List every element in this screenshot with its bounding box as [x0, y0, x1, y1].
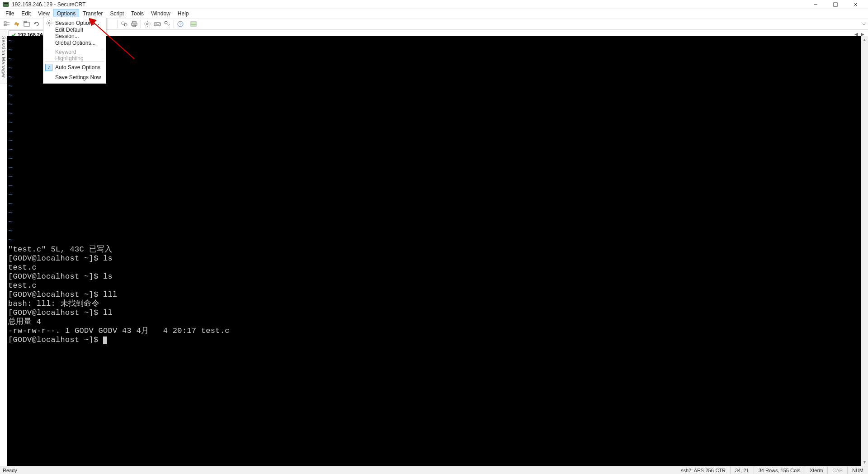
title-bar: 192.168.246.129 - SecureCRT [0, 0, 868, 9]
menu-item-label: Auto Save Options [55, 64, 100, 71]
svg-line-54 [47, 21, 48, 22]
minimize-button[interactable] [806, 0, 826, 9]
command-window-icon[interactable] [189, 19, 198, 29]
svg-line-32 [145, 22, 146, 23]
menu-item-label: Save Settings Now [55, 74, 101, 81]
svg-line-44 [169, 24, 170, 25]
status-protocol: ssh2: AES-256-CTR [676, 466, 731, 474]
svg-line-34 [145, 26, 146, 27]
scroll-down-icon[interactable]: ▼ [861, 459, 868, 466]
global-options-gear-icon[interactable] [142, 19, 152, 29]
svg-point-27 [146, 23, 148, 25]
toolbar-overflow-icon[interactable] [862, 21, 866, 28]
status-ready: Ready [0, 466, 22, 474]
svg-text:?: ? [179, 22, 181, 26]
gear-icon [46, 20, 52, 26]
find-icon[interactable] [119, 19, 129, 29]
menu-window[interactable]: Window [147, 9, 174, 18]
svg-rect-6 [4, 22, 6, 23]
connect-tab-icon[interactable] [22, 19, 32, 29]
window-title: 192.168.246.129 - SecureCRT [12, 1, 806, 8]
status-bar: Ready ssh2: AES-256-CTR 34, 21 34 Rows, … [0, 466, 868, 474]
menu-item-label: Keyword Highlighting [55, 49, 101, 62]
checkmark-icon: ✓ [45, 64, 52, 71]
menu-item-save-settings-now[interactable]: Save Settings Now [43, 72, 106, 82]
menu-edit[interactable]: Edit [18, 9, 34, 18]
toolbar-separator [187, 20, 187, 28]
svg-point-49 [48, 22, 50, 24]
keyboard-icon[interactable] [152, 19, 162, 29]
menu-script[interactable]: Script [106, 9, 127, 18]
menu-item-label: Edit Default Session... [55, 27, 101, 39]
key-icon[interactable] [162, 19, 172, 29]
svg-rect-7 [4, 24, 6, 26]
svg-line-55 [51, 25, 52, 26]
svg-line-57 [51, 21, 52, 22]
svg-rect-36 [154, 23, 160, 26]
vertical-scrollbar[interactable]: ▲ ▼ [861, 36, 868, 466]
reconnect-icon[interactable] [32, 19, 42, 29]
options-menu-dropdown: Session Options...Edit Default Session..… [43, 17, 106, 84]
menu-tools[interactable]: Tools [127, 9, 147, 18]
menu-help[interactable]: Help [174, 9, 193, 18]
toolbar-separator [174, 20, 174, 28]
svg-line-35 [149, 22, 150, 23]
svg-rect-24 [132, 21, 136, 23]
status-caps: CAP [828, 466, 848, 474]
svg-line-56 [47, 25, 48, 26]
menu-file[interactable]: File [2, 9, 18, 18]
menu-bar: FileEditViewOptionsTransferScriptToolsWi… [0, 9, 868, 18]
menu-item-label: Session Options... [55, 20, 99, 26]
app-icon [3, 1, 9, 8]
toolbar: En ? [0, 18, 868, 30]
menu-item-label: Global Options... [55, 40, 95, 46]
scroll-up-icon[interactable]: ▲ [861, 36, 868, 43]
menu-item-edit-default-session[interactable]: Edit Default Session... [43, 28, 106, 38]
quick-connect-icon[interactable] [12, 19, 22, 29]
window-controls [806, 0, 865, 9]
terminal[interactable]: ~ ~ ~ ~ ~ ~ ~ ~ ~ ~ ~ ~ ~ ~ ~ ~ ~ ~ ~ ~ … [7, 36, 861, 466]
toolbar-separator [141, 20, 141, 28]
print-icon[interactable] [129, 19, 139, 29]
help-icon[interactable]: ? [175, 19, 185, 29]
menu-item-global-options[interactable]: Global Options... [43, 38, 106, 48]
svg-rect-1 [4, 3, 8, 4]
close-button[interactable] [845, 0, 865, 9]
status-term-type: Xterm [805, 466, 828, 474]
session-manager-side-tab[interactable]: Session Manager [0, 30, 7, 84]
svg-rect-3 [834, 3, 837, 6]
menu-item-keyword-highlighting: Keyword Highlighting [43, 50, 106, 60]
svg-rect-47 [191, 22, 196, 26]
terminal-area: ~ ~ ~ ~ ~ ~ ~ ~ ~ ~ ~ ~ ~ ~ ~ ~ ~ ~ ~ ~ … [7, 36, 868, 466]
menu-item-auto-save-options[interactable]: ✓Auto Save Options [43, 62, 106, 72]
session-manager-icon[interactable] [2, 19, 12, 29]
status-num: NUM [848, 466, 868, 474]
status-cursor-pos: 34, 21 [731, 466, 754, 474]
maximize-button[interactable] [826, 0, 845, 9]
status-size: 34 Rows, 155 Cols [754, 466, 805, 474]
svg-line-33 [149, 26, 150, 27]
toolbar-separator [118, 20, 118, 28]
